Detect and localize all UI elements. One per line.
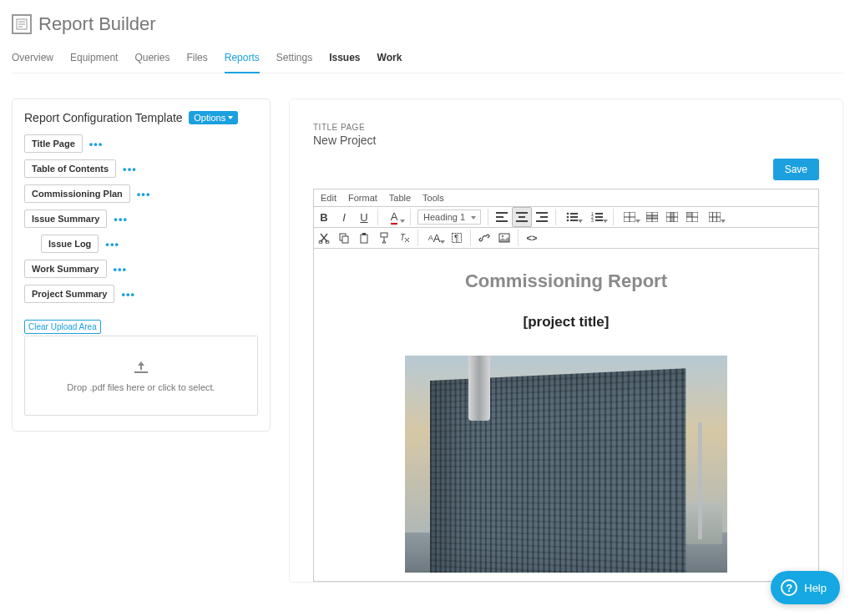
section-chip[interactable]: Issue Log: [41, 235, 99, 253]
underline-button[interactable]: U: [354, 207, 374, 227]
more-options-icon[interactable]: •••: [121, 288, 135, 300]
section-chip[interactable]: Title Page: [24, 134, 83, 153]
align-center-button[interactable]: [512, 207, 532, 227]
svg-rect-50: [342, 236, 348, 243]
section-row: Title Page•••: [24, 134, 258, 153]
link-button[interactable]: [474, 228, 494, 248]
options-button[interactable]: Options: [189, 111, 238, 124]
align-right-button[interactable]: [532, 207, 552, 227]
tab-reports[interactable]: Reports: [225, 47, 260, 73]
table-more-button[interactable]: [702, 207, 727, 227]
dropzone-text: Drop .pdf files here or click to select.: [67, 382, 215, 392]
svg-rect-53: [381, 233, 387, 237]
copy-button[interactable]: [334, 228, 354, 248]
upload-icon: [133, 360, 149, 379]
svg-point-18: [567, 220, 569, 222]
menu-tools[interactable]: Tools: [422, 193, 444, 203]
code-button[interactable]: <>: [522, 228, 542, 248]
editor-body[interactable]: Commissioning Report [project title]: [314, 249, 818, 581]
section-chip[interactable]: Project Summary: [24, 285, 114, 303]
table-button[interactable]: [617, 207, 642, 227]
svg-rect-40: [686, 212, 692, 217]
section-chip[interactable]: Commissioning Plan: [24, 184, 130, 203]
document-title[interactable]: Commissioning Report: [331, 270, 802, 292]
sidebar: Report Configuration Template Options Ti…: [12, 98, 271, 432]
more-options-icon[interactable]: •••: [105, 238, 119, 250]
section-row: Project Summary•••: [24, 285, 258, 303]
app-header: Report Builder: [12, 0, 843, 47]
more-options-icon[interactable]: •••: [89, 138, 104, 150]
tab-settings[interactable]: Settings: [276, 47, 312, 73]
svg-text:¶: ¶: [454, 234, 458, 243]
menu-table[interactable]: Table: [389, 193, 411, 203]
save-button[interactable]: Save: [773, 159, 819, 180]
tab-work[interactable]: Work: [377, 47, 402, 73]
font-size-button[interactable]: AA: [422, 228, 447, 248]
svg-text:T: T: [400, 233, 406, 242]
paint-format-button[interactable]: [374, 228, 394, 248]
help-icon: ?: [781, 579, 797, 583]
menu-format[interactable]: Format: [348, 193, 377, 203]
upload-dropzone[interactable]: Drop .pdf files here or click to select.: [24, 336, 258, 416]
main-nav: OverviewEquipmentQueriesFilesReportsSett…: [12, 47, 843, 73]
tab-issues[interactable]: Issues: [329, 47, 360, 73]
svg-text:3: 3: [591, 218, 594, 222]
table-cell-button[interactable]: [682, 207, 702, 227]
section-chip[interactable]: Table of Contents: [24, 159, 116, 178]
svg-point-14: [567, 213, 569, 215]
section-chip[interactable]: Work Summary: [24, 260, 107, 278]
more-options-icon[interactable]: •••: [114, 263, 128, 275]
document-hero-image[interactable]: [405, 356, 727, 573]
help-button[interactable]: ? Help: [771, 571, 840, 583]
section-label: TITLE PAGE: [313, 123, 819, 132]
section-row: Work Summary•••: [24, 260, 258, 278]
text-color-button[interactable]: A: [382, 207, 407, 227]
section-row: Table of Contents•••: [24, 159, 258, 178]
menu-edit[interactable]: Edit: [321, 193, 336, 203]
more-options-icon[interactable]: •••: [137, 188, 151, 200]
heading-select[interactable]: Heading 1: [417, 210, 481, 225]
editor-menubar: EditFormatTableTools: [314, 189, 818, 207]
tab-overview[interactable]: Overview: [12, 47, 53, 73]
align-left-button[interactable]: [492, 207, 512, 227]
clear-format-button[interactable]: T: [394, 228, 414, 248]
more-options-icon[interactable]: •••: [123, 163, 137, 175]
svg-rect-51: [361, 235, 367, 243]
section-chip[interactable]: Issue Summary: [24, 210, 107, 228]
project-name: New Project: [313, 134, 819, 147]
svg-rect-52: [362, 233, 366, 235]
italic-button[interactable]: I: [334, 207, 354, 227]
rich-text-editor: EditFormatTableTools B I U A Heading 1: [313, 189, 819, 582]
section-row: Issue Log•••: [24, 235, 258, 253]
editor-toolbar-row-2: T AA ¶ <>: [314, 228, 818, 249]
bullet-list-button[interactable]: [559, 207, 584, 227]
section-row: Commissioning Plan•••: [24, 184, 258, 203]
paste-button[interactable]: [354, 228, 374, 248]
bold-button[interactable]: B: [314, 207, 334, 227]
clear-upload-button[interactable]: Clear Upload Area: [24, 320, 101, 334]
report-icon: [12, 14, 32, 34]
special-chars-button[interactable]: ¶: [447, 228, 467, 248]
document-subtitle[interactable]: [project title]: [331, 314, 802, 331]
svg-point-60: [502, 235, 503, 237]
tab-equipment[interactable]: Equipment: [70, 47, 118, 73]
section-list: Title Page•••Table of Contents•••Commiss…: [24, 134, 258, 303]
editor-toolbar-row-1: B I U A Heading 1: [314, 207, 818, 228]
tab-queries[interactable]: Queries: [134, 47, 169, 73]
more-options-icon[interactable]: •••: [114, 213, 128, 225]
numbered-list-button[interactable]: 123: [584, 207, 610, 227]
cut-button[interactable]: [314, 228, 334, 248]
editor-panel: TITLE PAGE New Project Save EditFormatTa…: [289, 98, 843, 583]
section-row: Issue Summary•••: [24, 210, 258, 228]
page-title: Report Builder: [38, 13, 156, 35]
svg-rect-4: [134, 371, 148, 373]
svg-point-16: [567, 216, 569, 219]
image-button[interactable]: [494, 228, 514, 248]
table-row-button[interactable]: [642, 207, 662, 227]
table-column-button[interactable]: [662, 207, 682, 227]
sidebar-title: Report Configuration Template: [24, 111, 183, 124]
tab-files[interactable]: Files: [186, 47, 207, 73]
